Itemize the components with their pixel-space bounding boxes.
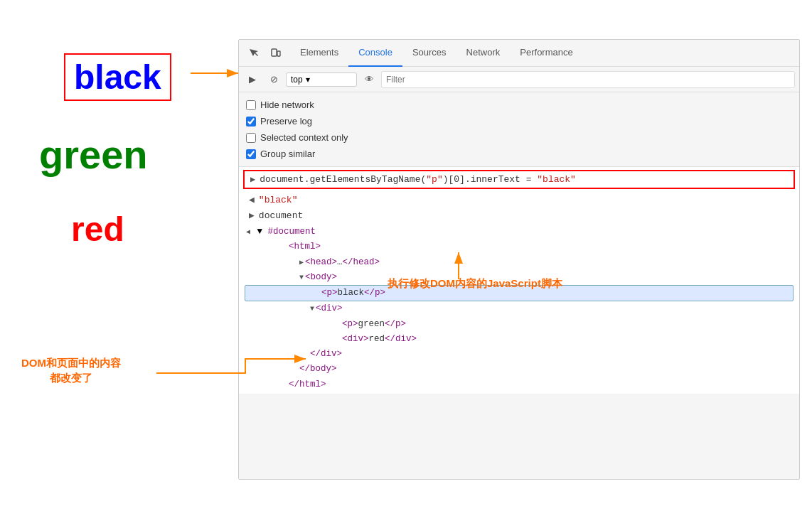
svg-rect-0	[272, 49, 277, 56]
expand-arrow-doc: ▶	[249, 210, 255, 221]
context-selector[interactable]: top ▾	[286, 72, 357, 87]
document-line: ▶ document	[239, 208, 799, 223]
cmd-arrow: ▶	[250, 174, 255, 185]
word-black: black	[64, 53, 171, 101]
tab-bar: Elements Console Sources Network Perform…	[239, 40, 799, 67]
word-green: green	[39, 131, 148, 178]
hide-network-row: Hide network	[246, 97, 792, 113]
dom-html: <html>	[245, 239, 794, 254]
tab-icon-group	[245, 44, 284, 63]
tab-performance[interactable]: Performance	[510, 40, 582, 67]
dom-div-close: </div>	[245, 347, 794, 362]
tab-elements[interactable]: Elements	[290, 40, 348, 67]
selected-context-row: Selected context only	[246, 129, 792, 146]
dom-p-green: <p>green</p>	[245, 317, 794, 332]
tab-network[interactable]: Network	[456, 40, 511, 67]
device-icon[interactable]	[266, 44, 284, 63]
devtools-panel: Elements Console Sources Network Perform…	[238, 39, 800, 480]
preserve-log-checkbox[interactable]	[246, 117, 256, 126]
result-value: "black"	[259, 195, 298, 205]
dom-div-open: ▼ <div>	[245, 301, 794, 316]
dom-hash-document: ◀ ▼ #document	[245, 225, 794, 239]
dom-head: ▶ <head>…</head>	[245, 255, 794, 270]
dom-tree: ◀ ▼ #document <html> ▶ <head>…</head> ▼ …	[239, 223, 799, 394]
page-content: black green red DOM和页面中的内容都改变了	[0, 0, 235, 506]
filter-input[interactable]	[381, 71, 795, 88]
svg-rect-1	[277, 51, 280, 56]
console-settings-panel: Hide network Preserve log Selected conte…	[239, 92, 799, 167]
block-icon[interactable]: ⊘	[265, 70, 283, 89]
eye-icon[interactable]: 👁	[360, 70, 378, 89]
tab-console[interactable]: Console	[348, 40, 402, 67]
annotation-dom: DOM和页面中的内容都改变了	[21, 355, 121, 385]
result-line: ◀ "black"	[239, 192, 799, 208]
command-line[interactable]: ▶ document.getElementsByTagName("p")[0].…	[243, 170, 795, 189]
word-red: red	[71, 210, 124, 249]
annotation-js: 执行修改DOM内容的JavaScript脚本	[388, 277, 562, 291]
dom-div-red: <div>red</div>	[245, 332, 794, 347]
result-arrow: ◀	[249, 194, 255, 205]
cmd-text: document.getElementsByTagName("p")[0].in…	[260, 174, 576, 185]
hide-network-checkbox[interactable]	[246, 100, 256, 110]
dom-body-close: </body>	[245, 362, 794, 377]
dom-html-close: </html>	[245, 377, 794, 392]
chevron-down-icon: ▾	[306, 75, 310, 85]
selected-context-checkbox[interactable]	[246, 133, 256, 143]
tab-sources[interactable]: Sources	[402, 40, 456, 67]
play-icon[interactable]: ▶	[243, 70, 262, 89]
preserve-log-row: Preserve log	[246, 113, 792, 129]
inspect-icon[interactable]	[245, 44, 263, 63]
group-similar-row: Group similar	[246, 146, 792, 162]
group-similar-checkbox[interactable]	[246, 149, 256, 159]
console-toolbar: ▶ ⊘ top ▾ 👁	[239, 67, 799, 92]
